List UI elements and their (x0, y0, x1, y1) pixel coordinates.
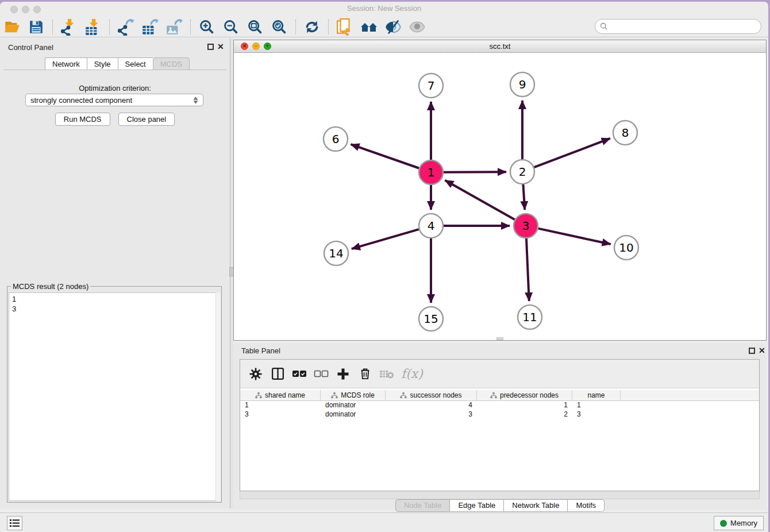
export-table-icon[interactable] (141, 18, 159, 36)
table-tabs: Node Table Edge Table Network Table Moti… (233, 499, 767, 512)
table-panel: Table Panel ✕ (233, 344, 767, 510)
app-window: Session: New Session (0, 2, 768, 532)
column-header-successor-nodes[interactable]: successor nodes (386, 390, 477, 400)
tab-network[interactable]: Network (45, 57, 87, 70)
column-header-mcds-role[interactable]: MCDS role (321, 390, 386, 400)
graph-node-label-10: 10 (619, 241, 633, 255)
graph-edge-4-14[interactable] (352, 229, 419, 249)
memory-label: Memory (730, 519, 757, 527)
network-from-selection-icon[interactable] (336, 18, 353, 36)
network-window-title: scc.txt (234, 42, 766, 51)
refresh-icon[interactable] (303, 18, 321, 36)
table-row[interactable]: 1 dominator 4 1 1 (240, 401, 759, 410)
namespace-icon (255, 392, 262, 399)
graph-node-label-3: 3 (522, 219, 530, 233)
tab-style[interactable]: Style (87, 57, 118, 70)
export-image-icon[interactable] (165, 18, 183, 36)
table-float-icon[interactable] (749, 348, 755, 354)
cell-name: 1 (572, 401, 621, 410)
graph-edge-2-8[interactable] (534, 138, 610, 167)
zoom-in-icon[interactable] (198, 18, 215, 36)
close-panel-button[interactable]: Close panel (118, 113, 175, 126)
control-panel-tabs: Network Style Select MCDS (45, 57, 190, 70)
delete-table-icon[interactable] (378, 365, 395, 383)
tab-mcds[interactable]: MCDS (153, 57, 190, 70)
split-columns-icon[interactable] (269, 365, 286, 383)
deselect-all-icon[interactable] (313, 365, 330, 383)
toolbar-separator (109, 20, 110, 34)
zoom-selected-icon[interactable] (271, 18, 288, 36)
node-table-box: f(x) shared name MCDS role successor nod… (240, 359, 760, 491)
control-panel: Control Panel ✕ Network Style Select MCD… (0, 38, 230, 508)
graph-edge-3-10[interactable] (538, 229, 610, 244)
toolbar-separator (295, 20, 296, 34)
optimization-criterion-label: Optimization criterion: (3, 84, 226, 92)
tab-motifs[interactable]: Motifs (568, 499, 605, 512)
table-toolbar: f(x) (240, 360, 759, 388)
criterion-select[interactable]: strongly connected component (25, 94, 203, 106)
network-window-titlebar[interactable]: ✕ − + scc.txt (234, 40, 766, 53)
memory-button[interactable]: Memory (714, 516, 764, 530)
mcds-result-line: 1 (12, 294, 217, 304)
add-column-icon[interactable] (334, 365, 352, 383)
app-title: Session: New Session (0, 4, 768, 13)
graph-edge-3-11[interactable] (526, 238, 529, 301)
table-close-icon[interactable]: ✕ (759, 346, 765, 355)
graph-edge-1-2[interactable] (444, 172, 506, 172)
cell-mcds-role: dominator (321, 410, 386, 419)
zoom-out-icon[interactable] (222, 18, 240, 36)
search-input[interactable] (608, 22, 761, 31)
namespace-icon (331, 392, 338, 399)
canvas-scroll-handle[interactable] (496, 337, 503, 340)
table-bottom-strip (240, 491, 760, 499)
cell-predecessor-nodes: 1 (477, 401, 572, 410)
mcds-result-area[interactable]: 1 3 (9, 292, 220, 501)
namespace-icon (400, 392, 407, 399)
delete-icon[interactable] (356, 365, 374, 383)
graph-node-label-1: 1 (428, 165, 435, 179)
tab-network-table[interactable]: Network Table (504, 499, 568, 512)
column-header-shared-name[interactable]: shared name (240, 390, 321, 400)
toolbar-separator (52, 20, 53, 34)
node-table: shared name MCDS role successor nodes pr… (240, 390, 759, 419)
import-network-icon[interactable] (60, 18, 78, 36)
graph-edge-3-1[interactable] (445, 180, 514, 219)
table-row[interactable]: 3 dominator 3 2 3 (240, 410, 759, 419)
float-panel-icon[interactable] (207, 44, 214, 50)
graph-node-label-14: 14 (329, 246, 343, 260)
main-toolbar (0, 17, 768, 37)
select-all-icon[interactable] (291, 365, 308, 383)
graph-edge-2-3[interactable] (523, 184, 525, 210)
hide-selected-icon[interactable] (384, 18, 402, 36)
criterion-value: strongly connected component (30, 96, 132, 105)
mcds-result-line: 3 (12, 304, 217, 314)
search-box[interactable] (595, 19, 761, 34)
column-header-name[interactable]: name (572, 390, 621, 400)
memory-status-icon (720, 520, 727, 527)
save-session-icon[interactable] (28, 18, 45, 36)
settings-gear-icon[interactable] (247, 365, 264, 383)
titlebar: Session: New Session (0, 2, 768, 17)
first-neighbors-icon[interactable] (360, 18, 378, 36)
show-all-icon[interactable] (409, 18, 426, 36)
tab-edge-table[interactable]: Edge Table (450, 499, 504, 512)
cell-mcds-role: dominator (321, 401, 386, 410)
tab-select[interactable]: Select (118, 57, 153, 70)
column-header-predecessor-nodes[interactable]: predecessor nodes (477, 390, 572, 400)
select-stepper-icon (193, 97, 198, 104)
cell-predecessor-nodes: 2 (477, 410, 572, 419)
task-history-button[interactable] (7, 516, 22, 530)
export-network-icon[interactable] (117, 18, 134, 36)
control-panel-title: Control Panel (8, 43, 53, 52)
import-table-icon[interactable] (84, 18, 102, 36)
zoom-fit-icon[interactable] (247, 18, 264, 36)
graph-edge-1-6[interactable] (351, 144, 419, 168)
close-panel-icon[interactable]: ✕ (217, 42, 224, 51)
network-canvas[interactable]: 7968124314101511 (234, 53, 766, 340)
result-scrollbar[interactable] (215, 292, 220, 501)
function-builder-icon[interactable]: f(x) (401, 367, 423, 381)
open-session-icon[interactable] (3, 18, 21, 36)
run-mcds-button[interactable]: Run MCDS (55, 113, 110, 126)
graph-node-label-9: 9 (519, 78, 526, 91)
tab-node-table[interactable]: Node Table (395, 499, 451, 512)
